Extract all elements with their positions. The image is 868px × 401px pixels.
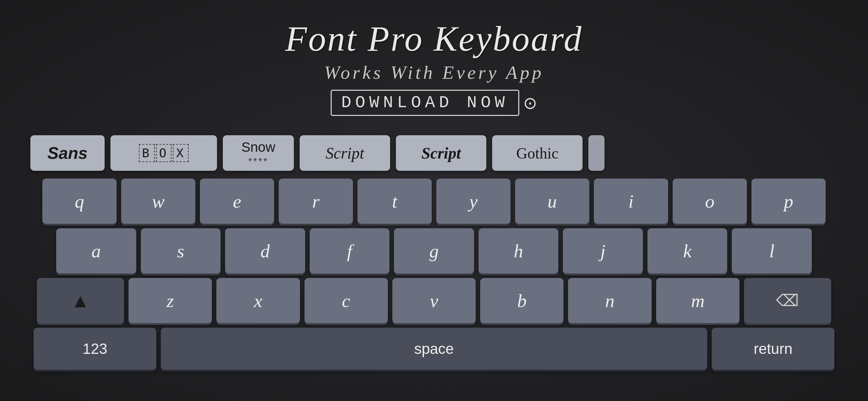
font-btn-script1[interactable]: Script	[300, 135, 390, 171]
key-q[interactable]: q	[42, 179, 117, 224]
box-O: O	[156, 144, 172, 162]
key-l[interactable]: l	[732, 228, 812, 274]
download-label: DOWNLOAD NOW	[331, 90, 519, 116]
font-btn-snow[interactable]: Snow ****	[223, 135, 294, 171]
font-btn-gothic[interactable]: Gothic	[492, 135, 583, 171]
key-b[interactable]: b	[480, 278, 563, 323]
subtitle: Works With Every App	[324, 62, 544, 83]
key-p[interactable]: p	[751, 179, 826, 224]
font-style-row: Sans B O X Snow **** Script Script Gothi…	[30, 135, 838, 171]
key-o[interactable]: o	[673, 179, 747, 224]
key-v[interactable]: v	[392, 278, 476, 323]
key-a[interactable]: a	[56, 228, 136, 274]
box-X: X	[173, 144, 189, 162]
download-button[interactable]: DOWNLOAD NOW ⊙	[331, 90, 537, 116]
key-row-1: q w e r t y u i o p	[30, 179, 838, 224]
bottom-row: 123 space return	[30, 328, 838, 370]
key-w[interactable]: w	[121, 179, 195, 224]
backspace-icon: ⌫	[776, 291, 799, 310]
key-t[interactable]: t	[358, 179, 432, 224]
box-B: B	[139, 144, 155, 162]
key-u[interactable]: u	[515, 179, 589, 224]
key-row-2: a s d f g h j k l	[30, 228, 838, 274]
key-z[interactable]: z	[128, 278, 212, 323]
key-f[interactable]: f	[310, 228, 390, 274]
font-btn-sans[interactable]: Sans	[30, 135, 104, 171]
key-m[interactable]: m	[656, 278, 740, 323]
key-c[interactable]: c	[305, 278, 388, 323]
key-h[interactable]: h	[478, 228, 559, 274]
key-return[interactable]: return	[712, 328, 834, 370]
key-row-3: ▲ z x c v b n m ⌫	[30, 278, 838, 323]
key-k[interactable]: k	[647, 228, 727, 274]
font-btn-partial[interactable]	[588, 135, 604, 171]
key-g[interactable]: g	[394, 228, 474, 274]
download-icon: ⊙	[523, 93, 537, 113]
key-numbers[interactable]: 123	[34, 328, 156, 370]
key-x[interactable]: x	[216, 278, 300, 323]
font-btn-box[interactable]: B O X	[111, 135, 217, 171]
key-space[interactable]: space	[161, 328, 707, 370]
key-s[interactable]: s	[141, 228, 221, 274]
key-y[interactable]: y	[436, 179, 510, 224]
key-shift[interactable]: ▲	[37, 278, 124, 323]
key-e[interactable]: e	[200, 179, 274, 224]
keyboard: Sans B O X Snow **** Script Script Gothi…	[18, 129, 850, 382]
key-n[interactable]: n	[568, 278, 651, 323]
key-backspace[interactable]: ⌫	[744, 278, 831, 323]
key-j[interactable]: j	[563, 228, 643, 274]
header: Font Pro Keyboard Works With Every App D…	[285, 0, 583, 116]
app-title: Font Pro Keyboard	[285, 19, 583, 58]
shift-icon: ▲	[71, 289, 90, 312]
box-letters: B O X	[139, 144, 189, 162]
key-i[interactable]: i	[594, 179, 668, 224]
key-d[interactable]: d	[225, 228, 305, 274]
font-btn-script2[interactable]: Script	[396, 135, 486, 171]
key-r[interactable]: r	[279, 179, 353, 224]
